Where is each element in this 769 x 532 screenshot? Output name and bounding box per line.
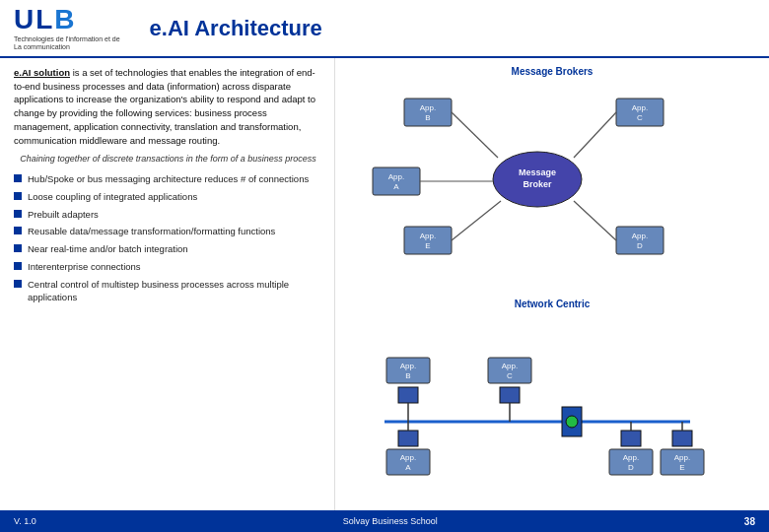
svg-rect-39 [398,431,418,446]
svg-text:App.: App. [420,232,436,240]
svg-text:B: B [405,371,410,380]
bullet-reusable-text: Reusable data/message transformation/for… [28,226,275,238]
logo: ULB [14,6,120,33]
svg-rect-44 [621,431,641,446]
network-centric-title: Network Centric [345,299,759,309]
intro-text-body: is a set of technologies that enables th… [14,67,315,146]
network-centric-diagram: App. B App. C App. A [345,313,730,500]
svg-text:Message: Message [519,167,556,177]
bullet-central: Central control of multistep business pr… [14,279,322,304]
intro-paragraph: e.AI solution is a set of technologies t… [14,66,322,148]
bullet-hub-spoke-text: Hub/Spoke or bus messaging architecture … [28,173,309,186]
bullet-interenterprise: Interenterprise connections [14,261,322,274]
bullet-interenterprise-text: Interenterprise connections [28,261,141,274]
right-column: Message Brokers Message Broker App. B Ap… [335,58,769,532]
footer-page: 38 [744,516,755,527]
svg-text:App.: App. [632,103,648,112]
header: ULB Technologies de l'information et de … [0,0,769,58]
page-title: e.AI Architecture [150,16,322,41]
bullet-prebuilt-text: Prebuilt adapters [28,209,99,222]
svg-rect-49 [672,431,692,446]
svg-text:C: C [507,371,513,380]
bullet-icon [14,210,22,218]
bullet-icon [14,174,22,182]
logo-area: ULB Technologies de l'information et de … [14,6,120,52]
bullet-icon [14,262,22,270]
bullet-central-text: Central control of multistep business pr… [28,279,322,304]
svg-text:App.: App. [502,362,518,370]
svg-text:Broker: Broker [523,179,552,189]
eai-highlight: e.AI solution [14,67,70,78]
svg-text:App.: App. [420,103,436,112]
svg-text:App.: App. [400,362,416,370]
svg-text:B: B [425,113,430,122]
svg-text:E: E [679,463,684,472]
footer-school: Solvay Business School [343,516,438,526]
svg-line-10 [574,112,616,158]
bullet-prebuilt: Prebuilt adapters [14,209,322,222]
svg-line-6 [452,112,498,158]
svg-point-35 [566,416,578,428]
chaining-text: Chaining together of discrete transactio… [14,153,322,166]
message-brokers-title: Message Brokers [345,66,759,77]
message-brokers-diagram: Message Broker App. B App. C App. A [345,81,730,263]
bullet-realtime-text: Near real-time and/or batch integration [28,243,188,256]
message-brokers-section: Message Brokers Message Broker App. B Ap… [345,66,759,293]
bullet-realtime: Near real-time and/or batch integration [14,243,322,256]
left-column: e.AI solution is a set of technologies t… [0,58,335,532]
svg-rect-27 [398,387,418,403]
svg-text:App.: App. [388,172,404,181]
svg-line-18 [452,201,501,240]
svg-text:App.: App. [674,453,690,462]
svg-rect-32 [500,387,520,403]
bullet-icon [14,244,22,252]
bullet-icon [14,227,22,234]
svg-text:App.: App. [632,232,648,240]
bullet-loose-coupling: Loose coupling of integrated application… [14,191,322,204]
logo-subtitle: Technologies de l'information et de La c… [14,35,120,52]
svg-text:App.: App. [400,453,416,462]
bullet-loose-coupling-text: Loose coupling of integrated application… [28,191,197,204]
bullet-hub-spoke: Hub/Spoke or bus messaging architecture … [14,173,322,186]
bullet-icon [14,280,22,288]
footer: V. 1.0 Solvay Business School 38 [0,510,769,532]
footer-version: V. 1.0 [14,516,36,526]
network-centric-section: Network Centric App. B App. C [345,299,759,525]
main-content: e.AI solution is a set of technologies t… [0,58,769,532]
svg-text:App.: App. [623,453,639,462]
svg-text:A: A [393,182,399,191]
svg-text:D: D [637,241,643,250]
svg-line-22 [574,201,616,240]
bullet-reusable: Reusable data/message transformation/for… [14,226,322,238]
svg-text:E: E [425,241,430,250]
svg-text:C: C [637,113,643,122]
svg-text:D: D [628,463,634,472]
svg-text:A: A [405,463,411,472]
bullet-icon [14,192,22,200]
